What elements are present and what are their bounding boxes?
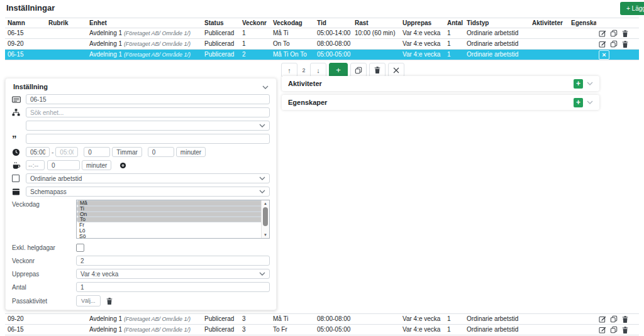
break-time-input[interactable] xyxy=(26,160,45,170)
move-down-button[interactable]: ↓ xyxy=(310,63,326,77)
pass-activity-row: Passaktivitet Välj... xyxy=(12,295,270,306)
name-field-row xyxy=(12,94,270,104)
delete-button[interactable] xyxy=(621,30,629,38)
cell-rubrik xyxy=(46,314,87,324)
cell-antal: 1 xyxy=(445,314,464,324)
hours-input[interactable] xyxy=(84,147,110,157)
collapse-button[interactable] xyxy=(262,83,269,90)
cell-rast: 10:00 (60 min) xyxy=(352,28,400,38)
cell-rast xyxy=(352,39,400,49)
weekday-option[interactable]: Fr xyxy=(77,222,261,228)
close-row-button[interactable]: × xyxy=(599,50,609,60)
time-from-input[interactable] xyxy=(26,147,50,157)
edit-button[interactable] xyxy=(599,30,606,37)
col-rubrik: Rubrik xyxy=(46,18,87,28)
delete-button[interactable] xyxy=(621,326,629,334)
clear-activity-button[interactable] xyxy=(106,297,113,305)
copy-button[interactable] xyxy=(610,326,618,333)
excl-holidays-label: Exkl. helgdagar xyxy=(12,244,76,251)
down-arrow-icon: ↓ xyxy=(316,67,320,74)
add-button[interactable]: + Lägg till xyxy=(620,2,644,15)
edit-button[interactable] xyxy=(599,326,606,333)
cell-rubrik xyxy=(46,325,87,335)
delete-button[interactable] xyxy=(621,315,629,323)
copy-icon xyxy=(610,40,618,48)
weeknr-input[interactable] xyxy=(76,256,270,266)
cell-antal: 1 xyxy=(445,28,464,38)
cell-egenskaper xyxy=(569,325,596,335)
close-icon: × xyxy=(602,50,606,60)
weekday-option[interactable]: Må xyxy=(77,200,269,206)
move-up-button[interactable]: ↑ xyxy=(281,63,297,77)
target-icon xyxy=(119,162,126,169)
repeat-select[interactable]: Var 4:e vecka xyxy=(76,269,270,279)
add-row-button[interactable]: + xyxy=(329,63,348,77)
table-row[interactable]: 06-15 Avdelning 1 (Företaget AB/ Område … xyxy=(5,325,639,335)
weekday-option[interactable]: To xyxy=(77,217,269,222)
cell-upprepas: Var 4:e vecka xyxy=(400,314,445,324)
col-rast: Rast xyxy=(352,18,400,28)
copy-icon xyxy=(610,326,618,333)
cell-rast xyxy=(352,50,400,60)
unit-select[interactable] xyxy=(26,121,270,131)
weekday-listbox[interactable]: Må Ti On To Fr Lö Sö ▲ ▼ xyxy=(76,200,270,239)
cell-enhet: Avdelning 1 (Företaget AB/ Område 1/) xyxy=(87,39,202,49)
cell-enhet: Avdelning 1 (Företaget AB/ Område 1/) xyxy=(87,28,202,38)
scroll-up-icon[interactable]: ▲ xyxy=(262,200,269,207)
page-title: Inställningar xyxy=(6,3,55,13)
weekday-option[interactable]: On xyxy=(77,212,269,217)
unit-search-input[interactable] xyxy=(26,107,270,117)
edit-button[interactable] xyxy=(599,40,606,48)
weekday-option[interactable]: Ti xyxy=(77,206,269,212)
cell-veckonr: 3 xyxy=(240,314,270,324)
activities-panel-header[interactable]: Aktiviteter + xyxy=(282,76,599,91)
break-minutes-input[interactable] xyxy=(47,160,80,170)
form-header: Inställning xyxy=(6,79,276,94)
rubrik-field-row: ” xyxy=(12,134,270,144)
excl-holidays-row: Exkl. helgdagar xyxy=(12,242,270,252)
count-input[interactable] xyxy=(76,282,270,292)
time-to-input[interactable] xyxy=(55,147,78,157)
break-field-row: minuter xyxy=(12,160,270,170)
table-row[interactable]: 09-20 Avdelning 1 (Företaget AB/ Område … xyxy=(5,314,639,325)
weekday-option[interactable]: Lö xyxy=(77,228,261,234)
repeat-label: Upprepas xyxy=(12,271,76,278)
excl-holidays-checkbox[interactable] xyxy=(76,244,84,252)
delete-button[interactable] xyxy=(621,40,629,48)
edit-button[interactable] xyxy=(599,315,606,323)
break-addon-label: minuter xyxy=(82,160,111,170)
timetype-select[interactable]: Ordinarie arbetstid xyxy=(26,173,270,183)
row-actions xyxy=(596,314,639,324)
rubrik-input[interactable] xyxy=(26,134,270,144)
cell-antal: 1 xyxy=(445,39,464,49)
table-row-selected[interactable]: 06-15 Avdelning 1 (Företaget AB/ Område … xyxy=(5,50,639,60)
scrollbar-thumb[interactable] xyxy=(263,207,268,226)
settings-form-panel: Inställning ” xyxy=(5,78,277,310)
table-row[interactable]: 09-20 Avdelning 1 (Företaget AB/ Område … xyxy=(5,39,639,50)
col-enhet: Enhet xyxy=(87,18,202,28)
add-property-button[interactable]: + xyxy=(574,98,583,107)
plus-icon: + xyxy=(576,98,580,107)
name-input[interactable] xyxy=(26,94,270,104)
copy-button[interactable] xyxy=(610,30,618,37)
cell-rast xyxy=(352,314,400,324)
properties-panel-header[interactable]: Egenskaper + xyxy=(282,95,599,110)
add-activity-button[interactable]: + xyxy=(574,79,583,89)
choose-activity-button[interactable]: Välj... xyxy=(76,295,101,306)
weekday-option[interactable]: Sö xyxy=(77,234,261,239)
cell-tidstyp: Ordinarie arbetstid xyxy=(464,50,530,60)
delete-row-button[interactable] xyxy=(369,63,386,77)
trash-icon xyxy=(621,326,629,334)
trash-icon xyxy=(106,297,113,305)
copy-icon xyxy=(610,315,618,323)
table-row[interactable]: 06-15 Avdelning 1 (Företaget AB/ Område … xyxy=(5,28,639,39)
listbox-scrollbar[interactable]: ▲ ▼ xyxy=(261,200,269,238)
cancel-button[interactable] xyxy=(388,63,404,77)
passtype-select[interactable]: Schemapass xyxy=(26,187,270,197)
scroll-down-icon[interactable]: ▼ xyxy=(262,232,269,238)
minutes-input[interactable] xyxy=(148,147,174,157)
cell-tidstyp: Ordinarie arbetstid xyxy=(464,325,530,335)
copy-button[interactable] xyxy=(610,40,618,48)
copy-button[interactable] xyxy=(610,315,618,323)
copy-row-button[interactable] xyxy=(350,63,367,77)
